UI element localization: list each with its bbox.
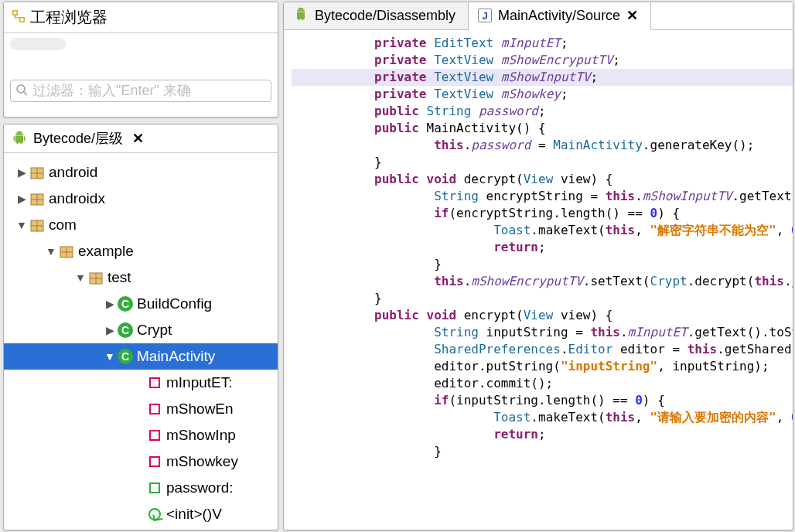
- editor-area: Bytecode/Disassembly J MainActivity/Sour…: [283, 2, 793, 530]
- hierarchy-title: Bytecode/层级: [33, 129, 123, 148]
- tree-node-field-minputet[interactable]: mInputET:: [4, 370, 278, 396]
- svg-line-3: [24, 92, 27, 95]
- tab-bytecode[interactable]: Bytecode/Disassembly: [284, 2, 469, 29]
- svg-point-2: [17, 85, 25, 93]
- code-line[interactable]: this.password = MainActivity.generateKey…: [292, 137, 793, 154]
- close-icon[interactable]: ✕: [129, 130, 147, 147]
- filter-input[interactable]: [32, 83, 266, 99]
- field-icon: [146, 374, 163, 391]
- field-icon: [146, 453, 163, 470]
- svg-rect-1: [20, 18, 24, 22]
- code-line[interactable]: private EditText mInputET;: [292, 35, 793, 52]
- code-line[interactable]: editor.putString("inputString", inputStr…: [292, 358, 793, 375]
- tree-node-android[interactable]: ▶android: [4, 159, 278, 186]
- tree-node-mainactivity[interactable]: ▼CMainActivity: [4, 343, 278, 370]
- hierarchy-header: Bytecode/层级 ✕: [4, 124, 278, 153]
- code-editor[interactable]: private EditText mInputET; private TextV…: [284, 30, 793, 465]
- project-explorer-title: 工程浏览器: [30, 7, 107, 28]
- code-line[interactable]: }: [292, 443, 793, 460]
- code-line[interactable]: return;: [292, 426, 793, 443]
- field-icon: [146, 427, 163, 444]
- tree-node-field-mshowenc[interactable]: mShowEn: [4, 396, 278, 422]
- tree-node-field-mshowkey[interactable]: mShowkey: [4, 448, 278, 475]
- code-line[interactable]: if(encryptString.length() == 0) {: [292, 205, 793, 222]
- tree-node-crypt[interactable]: ▶CCrypt: [4, 317, 278, 343]
- close-icon[interactable]: ✕: [626, 7, 638, 24]
- class-icon: C: [117, 348, 134, 365]
- tab-label: MainActivity/Source: [498, 8, 620, 24]
- tab-label: Bytecode/Disassembly: [315, 8, 456, 24]
- editor-tabs: Bytecode/Disassembly J MainActivity/Sour…: [284, 2, 793, 30]
- code-line[interactable]: private TextView mShowEncryputTV;: [292, 52, 793, 69]
- field-icon: [146, 479, 163, 496]
- code-line[interactable]: public MainActivity() {: [292, 120, 793, 137]
- tree-node-buildconfig[interactable]: ▶CBuildConfig: [4, 291, 278, 317]
- code-line[interactable]: }: [292, 256, 793, 273]
- hierarchy-panel: Bytecode/层级 ✕ ▶android ▶androidx ▼com ▼e…: [3, 124, 278, 530]
- filter-row[interactable]: [10, 80, 271, 102]
- android-icon: [12, 130, 27, 148]
- tree-node-androidx[interactable]: ▶androidx: [4, 186, 278, 212]
- project-explorer-header: 工程浏览器: [4, 2, 278, 33]
- java-file-icon: J: [478, 9, 492, 22]
- tree-node-example[interactable]: ▼example: [4, 238, 278, 264]
- tree-node-test[interactable]: ▼test: [4, 264, 278, 291]
- code-line[interactable]: public String password;: [292, 103, 793, 120]
- tree-node-field-password[interactable]: password:: [4, 475, 278, 501]
- code-line[interactable]: return;: [292, 239, 793, 256]
- package-icon: [58, 243, 75, 260]
- method-icon: [146, 506, 163, 523]
- field-icon: [146, 401, 163, 418]
- class-icon: C: [117, 322, 134, 339]
- tree-node-com[interactable]: ▼com: [4, 212, 278, 238]
- code-line[interactable]: String encryptString = this.mShowInputTV…: [292, 188, 793, 205]
- code-line[interactable]: String inputString = this.mInputET.getTe…: [292, 324, 793, 341]
- code-line[interactable]: }: [292, 154, 793, 171]
- tree-node-field-mshowinp[interactable]: mShowInp: [4, 422, 278, 448]
- code-line[interactable]: private TextView mShowInputTV;: [292, 69, 793, 86]
- android-icon: [293, 6, 309, 26]
- tree-node-method-init[interactable]: <init>()V: [4, 501, 278, 527]
- blank-pill: [10, 38, 66, 50]
- code-line[interactable]: SharedPreferences.Editor editor = this.g…: [292, 341, 793, 358]
- tree: ▶android ▶androidx ▼com ▼example ▼test ▶…: [4, 153, 278, 527]
- code-line[interactable]: public void encrypt(View view) {: [292, 307, 793, 324]
- svg-rect-0: [13, 11, 17, 15]
- hierarchy-icon: [12, 9, 26, 26]
- code-line[interactable]: this.mShowEncryputTV.setText(Crypt.decry…: [292, 273, 793, 290]
- package-icon: [29, 164, 46, 181]
- package-icon: [29, 217, 46, 234]
- code-line[interactable]: Toast.makeText(this, "请输入要加密的内容", 0).sho…: [292, 409, 793, 426]
- class-icon: C: [117, 295, 134, 312]
- code-line[interactable]: editor.commit();: [292, 375, 793, 392]
- package-icon: [29, 190, 46, 207]
- code-line[interactable]: if(inputString.length() == 0) {: [292, 392, 793, 409]
- tab-source[interactable]: J MainActivity/Source ✕: [469, 2, 651, 30]
- code-line[interactable]: public void decrypt(View view) {: [292, 171, 793, 188]
- search-icon: [15, 84, 28, 98]
- package-icon: [87, 269, 104, 286]
- code-line[interactable]: }: [292, 290, 793, 307]
- project-explorer-panel: 工程浏览器: [3, 2, 278, 118]
- code-line[interactable]: Toast.makeText(this, "解密字符串不能为空", 0).sho…: [292, 222, 793, 239]
- code-line[interactable]: private TextView mShowkey;: [292, 86, 793, 103]
